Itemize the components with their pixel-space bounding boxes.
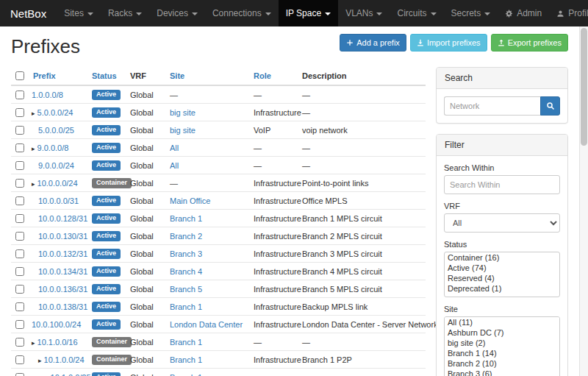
prefix-link[interactable]: 10.0.0.128/31 — [38, 214, 87, 223]
site-link[interactable]: Branch 5 — [170, 285, 202, 294]
row-checkbox[interactable] — [15, 143, 24, 152]
row-checkbox[interactable] — [15, 320, 24, 329]
row-checkbox[interactable] — [15, 302, 24, 311]
site-link[interactable]: Branch 3 — [170, 249, 202, 258]
row-checkbox[interactable] — [15, 214, 24, 223]
search-button[interactable] — [540, 96, 560, 116]
prefix-link[interactable]: 5.0.0.0/25 — [38, 126, 74, 135]
site-link[interactable]: big site — [170, 108, 196, 117]
table-row: 10.0.0.138/31ActiveGlobalBranch 1Infrast… — [11, 298, 426, 316]
prefix-link[interactable]: 10.0.0.138/31 — [38, 302, 87, 311]
status-badge: Active — [92, 107, 121, 118]
prefix-link[interactable]: 10.0.0.134/31 — [38, 267, 87, 276]
scrollbar-thumb[interactable] — [581, 28, 587, 146]
vrf-select[interactable]: All — [444, 213, 560, 233]
prefix-link[interactable]: 9.0.0.0/8 — [37, 143, 69, 152]
site-link[interactable]: London Data Center — [170, 320, 243, 329]
add-prefix-button[interactable]: Add a prefix — [340, 34, 406, 52]
nav-item-vlans[interactable]: VLANs — [338, 0, 390, 26]
site-link[interactable]: All — [170, 161, 179, 170]
filter-option[interactable]: Deprecated (1) — [445, 283, 559, 294]
row-checkbox[interactable] — [15, 196, 24, 205]
row-checkbox[interactable] — [15, 232, 24, 241]
site-filter-list[interactable]: All (11)Ashburn DC (7)big site (2)Branch… — [444, 316, 560, 376]
prefix-link[interactable]: 5.0.0.0/24 — [37, 108, 74, 117]
nav-item-circuits[interactable]: Circuits — [390, 0, 443, 26]
prefix-link[interactable]: 10.0.0.132/31 — [38, 249, 87, 258]
row-checkbox[interactable] — [15, 108, 24, 117]
search-input[interactable] — [444, 96, 540, 116]
column-header-site[interactable]: Site — [170, 71, 184, 80]
site-cell: Branch 4 — [165, 263, 249, 280]
nav-item-connections[interactable]: Connections — [205, 0, 279, 26]
prefix-link[interactable]: 10.0.0.0/24 — [37, 179, 78, 188]
site-link[interactable]: Branch 2 — [170, 232, 202, 241]
row-checkbox[interactable] — [15, 126, 24, 135]
row-checkbox[interactable] — [15, 161, 24, 170]
row-checkbox[interactable] — [15, 355, 24, 364]
filter-option[interactable]: Branch 2 (10) — [445, 358, 559, 369]
nav-item-ip-space[interactable]: IP Space — [279, 0, 338, 26]
filter-option[interactable]: Active (74) — [445, 263, 559, 273]
row-checkbox[interactable] — [15, 338, 24, 347]
filter-option[interactable]: Branch 1 (14) — [445, 348, 559, 358]
site-link[interactable]: Branch 1 — [170, 214, 202, 223]
description-cell: — — [298, 104, 426, 121]
vrf-filter-label: VRF — [444, 202, 560, 210]
prefix-link[interactable]: 10.0.100.0/24 — [32, 320, 81, 329]
row-checkbox[interactable] — [15, 267, 24, 276]
site-link[interactable]: big site — [170, 126, 196, 135]
nav-item-secrets[interactable]: Secrets — [444, 0, 498, 26]
select-all-checkbox[interactable] — [15, 71, 24, 80]
filter-option[interactable]: Branch 3 (6) — [445, 369, 559, 376]
nav-item-admin[interactable]: Admin — [498, 0, 549, 26]
nav-item-racks[interactable]: Racks — [101, 0, 149, 26]
navbar-right: AdminProfileLog out — [498, 0, 588, 26]
filter-option[interactable]: Reserved (4) — [445, 273, 559, 283]
prefix-link[interactable]: 1.0.0.0/8 — [32, 91, 63, 99]
filter-option[interactable]: Ashburn DC (7) — [445, 327, 559, 338]
page-scrollbar[interactable] — [579, 26, 588, 376]
prefix-link[interactable]: 10.1.0.0/24 — [44, 355, 85, 364]
nav-item-devices[interactable]: Devices — [149, 0, 205, 26]
column-header-prefix[interactable]: Prefix — [33, 71, 56, 80]
nav-item-sites[interactable]: Sites — [57, 0, 101, 26]
column-header-status[interactable]: Status — [92, 71, 117, 80]
column-header-role[interactable]: Role — [254, 71, 271, 80]
row-checkbox[interactable] — [15, 179, 24, 188]
prefix-link[interactable]: 10.1.0.0/16 — [37, 338, 78, 347]
description-cell: voip network — [298, 121, 426, 139]
row-checkbox[interactable] — [15, 249, 24, 258]
site-link[interactable]: Branch 4 — [170, 267, 202, 276]
site-link[interactable]: Main Office — [170, 196, 210, 205]
app-brand[interactable]: NetBox — [0, 0, 57, 26]
search-within-input[interactable] — [444, 175, 560, 194]
filter-option[interactable]: Container (16) — [445, 252, 559, 263]
site-link[interactable]: Branch 1 — [170, 302, 202, 311]
site-link[interactable]: Branch 1 — [170, 355, 202, 364]
prefix-link[interactable]: 9.0.0.0/24 — [38, 161, 74, 170]
row-checkbox[interactable] — [15, 91, 24, 99]
prefix-table: Prefix Status VRF Site Role Description … — [11, 67, 426, 376]
prefix-link[interactable]: 10.0.0.130/31 — [38, 232, 87, 241]
description-cell: Backup MPLS link — [298, 298, 426, 316]
description-cell: Branch 1 MPLS circuit — [298, 210, 426, 227]
row-checkbox[interactable] — [15, 373, 24, 376]
site-link[interactable]: All — [170, 143, 179, 152]
prefix-link[interactable]: 10.1.0.0/25 — [51, 373, 91, 376]
nav-item-profile[interactable]: Profile — [549, 0, 588, 26]
description-cell: Branch 1 P2P — [298, 351, 426, 369]
site-link[interactable]: Branch 1 — [170, 338, 202, 347]
site-link[interactable]: Branch 1 — [170, 373, 202, 376]
import-prefixes-button[interactable]: Import prefixes — [410, 34, 487, 52]
prefix-link[interactable]: 10.0.0.0/31 — [38, 196, 79, 205]
row-checkbox[interactable] — [15, 285, 24, 294]
filter-option[interactable]: big site (2) — [445, 338, 559, 348]
page-content: Prefixes Add a prefix Import prefixes Ex… — [0, 26, 579, 376]
description-cell: — — [298, 333, 426, 351]
prefix-link[interactable]: 10.0.0.136/31 — [38, 285, 87, 294]
plus-icon — [346, 39, 354, 46]
filter-option[interactable]: All (11) — [445, 317, 559, 327]
status-filter-list[interactable]: Container (16)Active (74)Reserved (4)Dep… — [444, 252, 560, 297]
export-prefixes-button[interactable]: Export prefixes — [491, 34, 568, 52]
